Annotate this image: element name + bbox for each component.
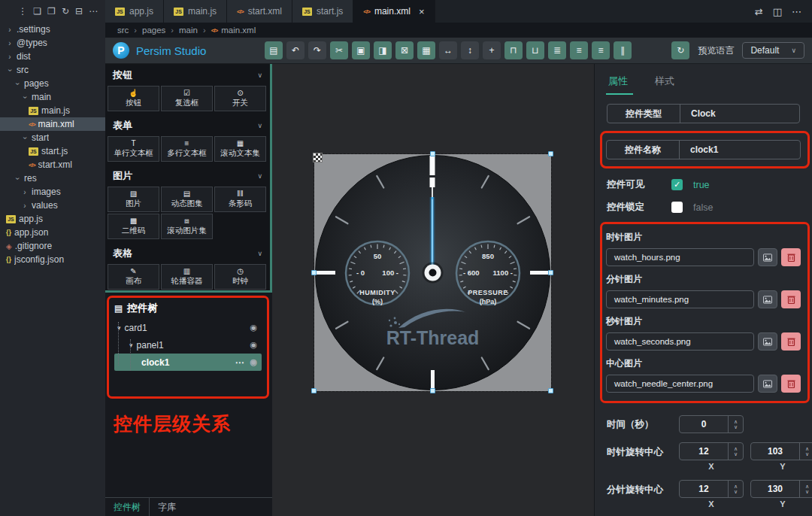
file-tree-item-pages[interactable]: ›pages bbox=[0, 77, 105, 90]
align-left-button[interactable]: ≣ bbox=[548, 41, 566, 59]
time-value[interactable]: 0 bbox=[680, 416, 728, 433]
cut-button[interactable]: ✂ bbox=[330, 41, 348, 59]
widget-name-value[interactable]: clock1 bbox=[680, 141, 800, 159]
paste-button[interactable]: ◨ bbox=[374, 41, 392, 59]
preview-language-select[interactable]: Default ∨ bbox=[742, 42, 804, 59]
file-tree-item-start-js[interactable]: JSstart.js bbox=[0, 144, 105, 158]
image-filename-input[interactable]: watch_seconds.png bbox=[606, 332, 754, 351]
pick-image-button[interactable] bbox=[758, 332, 777, 351]
spinner-arrows-icon[interactable]: ∧∨ bbox=[799, 443, 812, 460]
toggle-sync-icon[interactable]: ⇄ bbox=[755, 6, 763, 17]
spinner-down-icon[interactable]: ∨ bbox=[734, 489, 738, 494]
tree-node-card1[interactable]: ▾card1◉ bbox=[114, 319, 262, 336]
undo-button[interactable]: ↶ bbox=[286, 41, 304, 59]
delete-image-button[interactable] bbox=[781, 332, 801, 351]
refresh-preview-button[interactable]: ↻ bbox=[671, 41, 689, 59]
drag-grid-handle[interactable] bbox=[313, 153, 323, 162]
close-icon[interactable]: × bbox=[419, 6, 425, 17]
eye-icon[interactable]: ◉ bbox=[250, 323, 257, 332]
image-filename-input[interactable]: watch_minutes.png bbox=[606, 290, 754, 308]
spinner-down-icon[interactable]: ∨ bbox=[805, 489, 809, 494]
refresh-explorer-icon[interactable]: ↻ bbox=[62, 7, 69, 16]
spinner-down-icon[interactable]: ∨ bbox=[734, 451, 738, 457]
save-button[interactable]: ▤ bbox=[265, 41, 283, 59]
selection-handle-bottom[interactable] bbox=[430, 388, 435, 393]
breadcrumb-item-pages[interactable]: pages bbox=[142, 26, 165, 35]
widget-button[interactable]: ☝按钮 bbox=[108, 86, 159, 111]
delete-image-button[interactable] bbox=[781, 375, 801, 393]
tab-app-js[interactable]: JSapp.js bbox=[105, 0, 164, 23]
palette-section-item[interactable]: 按钮∨ bbox=[105, 64, 270, 85]
delete-image-button[interactable] bbox=[781, 248, 801, 266]
widget-canvas[interactable]: ✎画布 bbox=[108, 264, 159, 290]
tree-node-clock1[interactable]: clock1⋯◉ bbox=[114, 354, 262, 371]
image-filename-input[interactable]: watch_hours.png bbox=[606, 248, 754, 266]
rotation-x-spinner[interactable]: 12∧∨ bbox=[679, 442, 744, 460]
spinner-arrows-icon[interactable]: ∧∨ bbox=[728, 443, 743, 460]
editor-more-icon[interactable]: ⋯ bbox=[792, 6, 801, 17]
selection-handle-right[interactable] bbox=[548, 270, 553, 275]
file-tree-item-gitignore[interactable]: ◈.gitignore bbox=[0, 239, 105, 253]
palette-section-item[interactable]: 表格∨ bbox=[105, 242, 270, 263]
tab-item[interactable]: 属性 bbox=[608, 74, 628, 88]
spinner-up-icon[interactable]: ∧ bbox=[734, 484, 738, 489]
redo-button[interactable]: ↷ bbox=[308, 41, 326, 59]
widget-scroll-images[interactable]: ⧈滚动图片集 bbox=[161, 214, 213, 239]
widget-scroll-text[interactable]: ▦滚动文本集 bbox=[214, 136, 266, 162]
bottom-tab-item[interactable]: 字库 bbox=[149, 498, 272, 516]
widget-dynamic-images[interactable]: ▤动态图集 bbox=[161, 187, 213, 212]
widget-barcode[interactable]: ‖‖条形码 bbox=[214, 187, 266, 212]
rotation-y-value[interactable]: 130 bbox=[751, 481, 799, 497]
file-tree-item-values[interactable]: ›values bbox=[0, 199, 105, 212]
file-tree-item-start[interactable]: ›start bbox=[0, 131, 105, 144]
rotation-x-value[interactable]: 12 bbox=[680, 481, 728, 497]
visible-checkbox[interactable]: ✓ bbox=[671, 179, 683, 190]
rotation-x-value[interactable]: 12 bbox=[680, 443, 728, 460]
locked-checkbox[interactable] bbox=[671, 202, 683, 213]
widget-checkbox[interactable]: ☑复选框 bbox=[161, 86, 213, 111]
selection-handle-bottom-right[interactable] bbox=[548, 388, 553, 393]
time-spinner[interactable]: 0 ∧∨ bbox=[679, 415, 744, 433]
breadcrumb-item-main[interactable]: main bbox=[179, 26, 198, 35]
collapse-folders-icon[interactable]: ⊟ bbox=[75, 7, 83, 16]
new-folder-icon[interactable]: ❐ bbox=[47, 7, 56, 16]
selection-handle-left[interactable] bbox=[311, 270, 317, 275]
eye-icon[interactable]: ◉ bbox=[250, 340, 257, 350]
move-button[interactable]: + bbox=[483, 41, 501, 59]
clock-widget-preview[interactable]: 50 - 0 100 - HUMIDITY (%) 850 - 600 1100… bbox=[314, 154, 551, 391]
spinner-arrows-icon[interactable]: ∧∨ bbox=[728, 416, 743, 433]
rotation-x-spinner[interactable]: 12∧∨ bbox=[679, 480, 744, 498]
rotation-y-spinner[interactable]: 130∧∨ bbox=[750, 480, 812, 498]
widget-single-line-text[interactable]: T单行文本框 bbox=[108, 136, 159, 162]
file-tree-item-main-js[interactable]: JSmain.js bbox=[0, 104, 105, 117]
eye-icon[interactable]: ◉ bbox=[250, 357, 257, 367]
file-tree-item-images[interactable]: ›images bbox=[0, 185, 105, 199]
widget-name-field[interactable]: 控件名称 clock1 bbox=[606, 140, 801, 159]
palette-section-item[interactable]: 图片∨ bbox=[105, 165, 270, 186]
tree-node-panel1[interactable]: ▾panel1◉ bbox=[114, 336, 262, 354]
selection-handle-bottom-left[interactable] bbox=[311, 388, 317, 393]
pick-image-button[interactable] bbox=[758, 375, 777, 393]
tab-main-js[interactable]: JSmain.js bbox=[164, 0, 227, 23]
spinner-up-icon[interactable]: ∧ bbox=[805, 484, 809, 489]
distribute-button[interactable]: ∥ bbox=[614, 41, 632, 59]
file-tree-item-main[interactable]: ›main bbox=[0, 90, 105, 104]
more-options-icon[interactable]: ⋯ bbox=[235, 357, 244, 368]
overflow-dots-icon[interactable]: ⋮ bbox=[18, 7, 27, 16]
file-tree-item-app-json[interactable]: {}app.json bbox=[0, 226, 105, 239]
grid-button[interactable]: ▦ bbox=[417, 41, 435, 59]
breadcrumb-item-src[interactable]: src bbox=[117, 26, 129, 35]
more-actions-icon[interactable]: ⋯ bbox=[89, 7, 98, 16]
widget-multi-line-text[interactable]: ≡多行文本框 bbox=[161, 136, 213, 162]
selection-handle-top[interactable] bbox=[430, 151, 435, 156]
file-tree-item-app-js[interactable]: JSapp.js bbox=[0, 212, 105, 226]
spinner-arrows-icon[interactable]: ∧∨ bbox=[799, 481, 812, 497]
tab-start-js[interactable]: JSstart.js bbox=[292, 0, 353, 23]
widget-qrcode[interactable]: ▩二维码 bbox=[108, 214, 159, 239]
bottom-tab-item[interactable]: 控件树 bbox=[105, 498, 149, 516]
rotation-y-value[interactable]: 103 bbox=[751, 443, 799, 460]
pick-image-button[interactable] bbox=[758, 248, 777, 266]
new-file-icon[interactable]: ❏ bbox=[33, 7, 41, 16]
tab-main-xml[interactable]: </>main.xml× bbox=[353, 0, 435, 23]
stretch-width-button[interactable]: ↔ bbox=[439, 41, 457, 59]
